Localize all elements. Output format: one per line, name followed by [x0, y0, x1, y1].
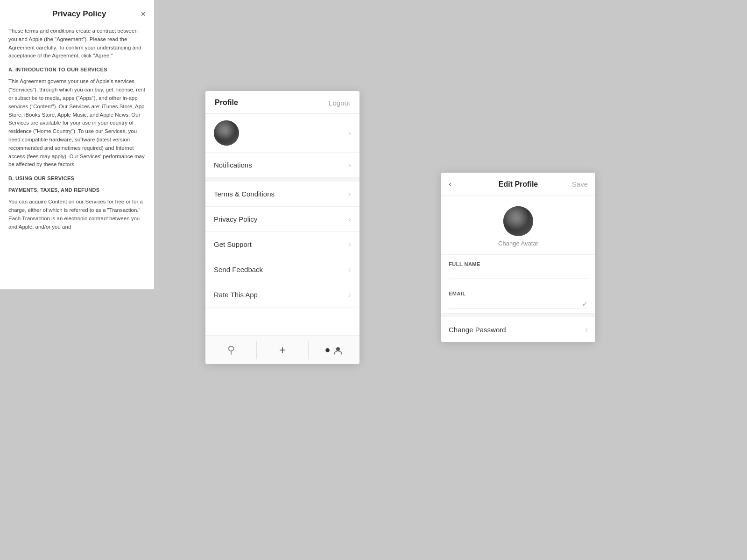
send-feedback-menu-item[interactable]: Send Feedback ›	[205, 257, 359, 282]
rate-app-menu-item[interactable]: Rate This App ›	[205, 282, 359, 308]
chevron-right-icon: ›	[585, 325, 588, 335]
privacy-heading-1: A. INTRODUCTION TO OUR SERVICES	[8, 66, 146, 74]
chevron-right-icon: ›	[348, 290, 351, 300]
chevron-right-icon: ›	[348, 128, 351, 138]
notifications-menu-item[interactable]: Notifications ›	[205, 153, 359, 178]
change-avatar-label: Change Avatar	[498, 240, 538, 247]
privacy-policy-label: Privacy Policy	[214, 215, 257, 223]
spacer	[205, 308, 359, 336]
terms-conditions-label: Terms & Conditions	[214, 190, 275, 198]
privacy-heading-2: B. USING OUR SERVICES	[8, 175, 146, 182]
full-name-field[interactable]: FULL NAME	[441, 255, 595, 284]
change-password-label: Change Password	[449, 326, 506, 334]
privacy-body: These terms and conditions create a cont…	[8, 27, 146, 237]
logout-button[interactable]: Logout	[329, 99, 350, 107]
profile-avatar-row[interactable]: ›	[205, 114, 359, 153]
chevron-right-icon: ›	[348, 265, 351, 274]
profile-tab[interactable]: ●	[309, 342, 359, 358]
privacy-para-3: You can acquire Content on our Services …	[8, 198, 146, 231]
privacy-header: Privacy Policy ×	[8, 9, 146, 19]
chevron-right-icon: ›	[348, 239, 351, 249]
email-label: EMAIL	[449, 291, 588, 296]
tab-bar: ⚲ + ●	[205, 336, 359, 364]
privacy-heading-3: PAYMENTS, TAXES, AND REFUNDS	[8, 186, 146, 194]
avatar	[214, 120, 239, 146]
edit-avatar-image	[503, 206, 533, 236]
privacy-para-1: These terms and conditions create a cont…	[8, 27, 146, 60]
save-button[interactable]: Save	[572, 180, 588, 188]
profile-title: Profile	[215, 98, 238, 107]
profile-icon: ●	[325, 344, 344, 356]
email-field[interactable]: EMAIL ✓	[441, 284, 595, 314]
terms-conditions-menu-item[interactable]: Terms & Conditions ›	[205, 182, 359, 207]
edit-profile-title: Edit Profile	[499, 180, 538, 189]
plus-icon: +	[279, 343, 286, 357]
menu-section-divider: Terms & Conditions › Privacy Policy › Ge…	[205, 178, 359, 308]
privacy-para-2: This Agreement governs your use of Apple…	[8, 77, 146, 169]
full-name-label: FULL NAME	[449, 261, 588, 267]
check-icon: ✓	[582, 300, 588, 308]
search-icon: ⚲	[227, 344, 235, 356]
change-password-item[interactable]: Change Password ›	[441, 314, 595, 342]
chevron-right-icon: ›	[348, 214, 351, 224]
rate-app-label: Rate This App	[214, 291, 258, 299]
get-support-label: Get Support	[214, 240, 252, 248]
chevron-right-icon: ›	[348, 189, 351, 199]
close-icon[interactable]: ×	[141, 10, 146, 18]
back-icon[interactable]: ‹	[449, 179, 451, 189]
svg-point-0	[336, 347, 340, 351]
add-tab[interactable]: +	[256, 341, 308, 359]
edit-avatar-section[interactable]: Change Avatar	[441, 196, 595, 255]
edit-profile-header: ‹ Edit Profile Save	[441, 173, 595, 196]
search-tab[interactable]: ⚲	[205, 341, 256, 359]
get-support-menu-item[interactable]: Get Support ›	[205, 232, 359, 257]
email-value[interactable]	[449, 298, 588, 308]
chevron-right-icon: ›	[348, 160, 351, 170]
profile-header: Profile Logout	[205, 91, 359, 114]
avatar-image	[214, 120, 239, 146]
send-feedback-label: Send Feedback	[214, 266, 263, 273]
notifications-label: Notifications	[214, 161, 252, 169]
privacy-policy-panel: Privacy Policy × These terms and conditi…	[0, 0, 154, 289]
full-name-value[interactable]	[449, 269, 588, 279]
privacy-title: Privacy Policy	[18, 9, 141, 19]
profile-screen: Profile Logout › Notifications › Terms &…	[205, 91, 359, 364]
privacy-policy-menu-item[interactable]: Privacy Policy ›	[205, 207, 359, 232]
edit-avatar	[503, 206, 533, 236]
edit-profile-panel: ‹ Edit Profile Save Change Avatar FULL N…	[441, 173, 595, 342]
